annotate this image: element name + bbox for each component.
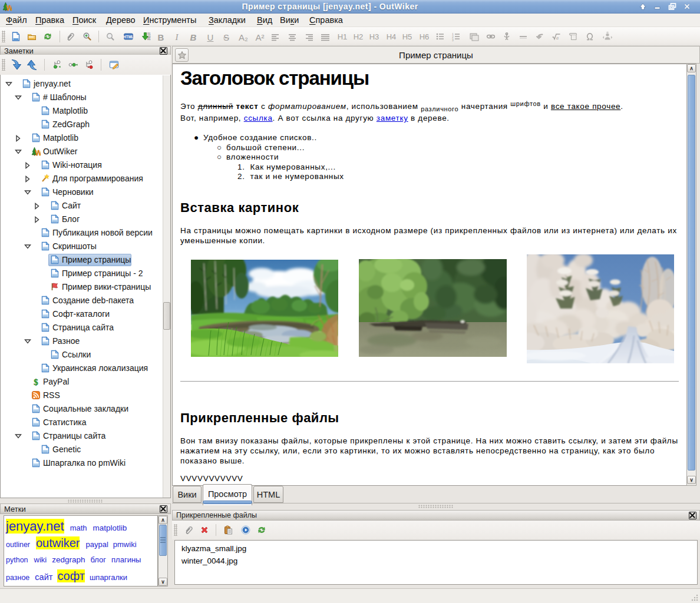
svg-text:W: W — [35, 148, 41, 156]
svg-text:a: a — [556, 35, 559, 41]
svg-text:3: 3 — [452, 38, 454, 41]
svg-text:HTML: HTML — [124, 35, 133, 39]
svg-text:01: 01 — [147, 38, 151, 41]
svg-text:$: $ — [34, 377, 38, 387]
